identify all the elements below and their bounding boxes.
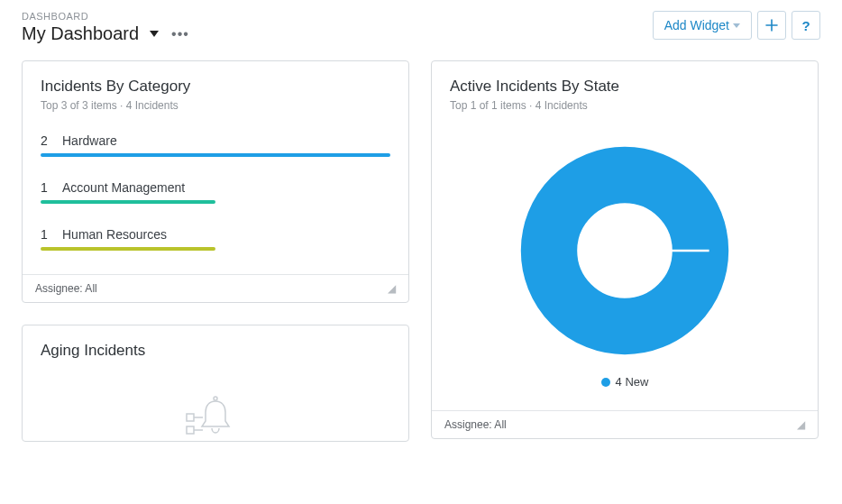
svg-rect-2	[187, 426, 194, 434]
bar-label: Hardware	[62, 133, 117, 148]
add-button[interactable]	[757, 11, 786, 40]
bar-value: 1	[41, 227, 51, 242]
card-title: Aging Incidents	[41, 342, 390, 360]
page-title: My Dashboard	[22, 23, 139, 44]
resize-handle-icon[interactable]: ◢	[388, 285, 396, 292]
empty-state-illustration	[41, 363, 390, 442]
bar-fill	[41, 200, 215, 204]
bar-label: Account Management	[62, 180, 185, 195]
svg-rect-1	[187, 414, 194, 421]
caret-down-icon	[150, 31, 159, 37]
help-button[interactable]: ?	[792, 11, 820, 40]
bar-row[interactable]: 1 Human Resources	[41, 227, 390, 251]
footer-filter[interactable]: Assignee: All	[35, 282, 97, 295]
subtitle-part: 4 Incidents	[529, 99, 588, 112]
footer-filter[interactable]: Assignee: All	[444, 418, 507, 431]
subtitle-part: Top 1 of 1 items	[450, 99, 526, 112]
bar-value: 2	[41, 133, 51, 148]
help-icon: ?	[801, 18, 810, 33]
breadcrumb: DASHBOARD	[22, 11, 189, 22]
subtitle-part: Top 3 of 3 items	[41, 99, 117, 112]
bar-fill	[41, 247, 215, 251]
dashboard-title-dropdown[interactable]: My Dashboard •••	[22, 23, 189, 44]
plus-icon	[765, 19, 778, 32]
bar-row[interactable]: 1 Account Management	[41, 180, 390, 204]
card-subtitle: Top 1 of 1 items 4 Incidents	[450, 99, 800, 112]
legend-label: 4 New	[616, 375, 649, 389]
bar-fill	[41, 153, 390, 157]
add-widget-label: Add Widget	[664, 18, 729, 32]
resize-handle-icon[interactable]: ◢	[797, 421, 805, 428]
card-aging-incidents: Aging Incidents	[22, 325, 409, 442]
card-title: Active Incidents By State	[450, 78, 800, 96]
bar-value: 1	[41, 180, 51, 195]
add-widget-button[interactable]: Add Widget	[653, 11, 752, 40]
donut-chart[interactable]	[517, 142, 733, 359]
bar-label: Human Resources	[62, 227, 167, 242]
more-menu-icon[interactable]: •••	[171, 26, 189, 42]
subtitle-part: 4 Incidents	[120, 99, 178, 112]
svg-point-0	[214, 397, 217, 400]
card-title: Incidents By Category	[41, 78, 390, 96]
card-incidents-by-category: Incidents By Category Top 3 of 3 items 4…	[22, 60, 409, 303]
chevron-down-icon	[733, 23, 740, 28]
bar-row[interactable]: 2 Hardware	[41, 133, 390, 157]
chart-legend-item[interactable]: 4 New	[601, 375, 649, 389]
card-active-incidents-by-state: Active Incidents By State Top 1 of 1 ite…	[431, 60, 819, 439]
card-subtitle: Top 3 of 3 items 4 Incidents	[41, 99, 390, 112]
legend-dot-icon	[601, 378, 610, 387]
